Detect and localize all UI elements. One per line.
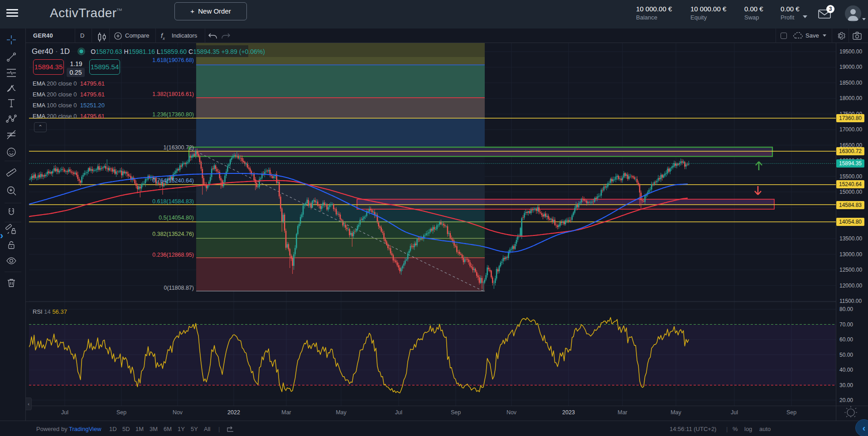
svg-text:Mar: Mar — [281, 409, 291, 416]
svg-text:80.00: 80.00 — [839, 306, 853, 312]
svg-text:Jul: Jul — [61, 409, 68, 416]
svg-text:13500.00: 13500.00 — [839, 235, 862, 242]
svg-text:Sep: Sep — [116, 409, 126, 416]
svg-text:2022: 2022 — [227, 409, 240, 416]
svg-text:20.00: 20.00 — [839, 397, 853, 403]
svg-text:50.00: 50.00 — [839, 352, 853, 358]
svg-text:17000.00: 17000.00 — [839, 126, 862, 133]
svg-text:18000.00: 18000.00 — [839, 95, 862, 101]
svg-text:May: May — [336, 409, 347, 416]
svg-text:14054.80: 14054.80 — [839, 219, 862, 225]
svg-text:19000.00: 19000.00 — [839, 64, 862, 70]
svg-text:Jul: Jul — [395, 409, 402, 416]
svg-text:13000.00: 13000.00 — [839, 251, 862, 258]
svg-text:Sep: Sep — [451, 409, 461, 416]
svg-text:0.618(14584.83): 0.618(14584.83) — [152, 198, 194, 205]
svg-text:Nov: Nov — [173, 409, 183, 416]
svg-text:Jul: Jul — [731, 409, 738, 416]
svg-text:70.00: 70.00 — [839, 321, 853, 328]
svg-text:19500.00: 19500.00 — [839, 48, 862, 55]
svg-text:12000.00: 12000.00 — [839, 283, 862, 289]
svg-text:17360.80: 17360.80 — [839, 115, 862, 121]
svg-text:15894.35: 15894.35 — [839, 160, 862, 167]
svg-text:1.236(17360.80): 1.236(17360.80) — [152, 111, 194, 118]
svg-text:18500.00: 18500.00 — [839, 80, 862, 86]
svg-text:0.236(12868.95): 0.236(12868.95) — [152, 252, 194, 258]
svg-text:Mar: Mar — [617, 409, 627, 416]
svg-text:1.382(18016.61): 1.382(18016.61) — [152, 91, 194, 97]
svg-text:0.382(13524.76): 0.382(13524.76) — [152, 231, 194, 237]
svg-text:2023: 2023 — [562, 409, 575, 416]
svg-text:May: May — [670, 409, 681, 416]
svg-text:40.00: 40.00 — [839, 367, 853, 373]
svg-text:30.00: 30.00 — [839, 382, 853, 388]
svg-text:11500.00: 11500.00 — [839, 298, 862, 304]
svg-text:15240.64: 15240.64 — [839, 181, 862, 187]
svg-text:60.00: 60.00 — [839, 336, 853, 343]
svg-text:0.764(15240.64): 0.764(15240.64) — [152, 177, 194, 184]
svg-text:15000.00: 15000.00 — [839, 189, 862, 195]
svg-text:0(11808.87): 0(11808.87) — [164, 285, 194, 291]
svg-text:1(16300.72): 1(16300.72) — [164, 144, 194, 151]
svg-text:Nov: Nov — [506, 409, 517, 416]
svg-text:Sep: Sep — [786, 409, 796, 416]
svg-text:12500.00: 12500.00 — [839, 267, 862, 273]
svg-text:1.618(19076.68): 1.618(19076.68) — [152, 57, 194, 63]
svg-text:0.5(14054.80): 0.5(14054.80) — [159, 215, 194, 221]
svg-text:14584.83: 14584.83 — [839, 202, 862, 208]
svg-text:16300.72: 16300.72 — [839, 148, 862, 154]
svg-text:15500.00: 15500.00 — [839, 173, 862, 180]
